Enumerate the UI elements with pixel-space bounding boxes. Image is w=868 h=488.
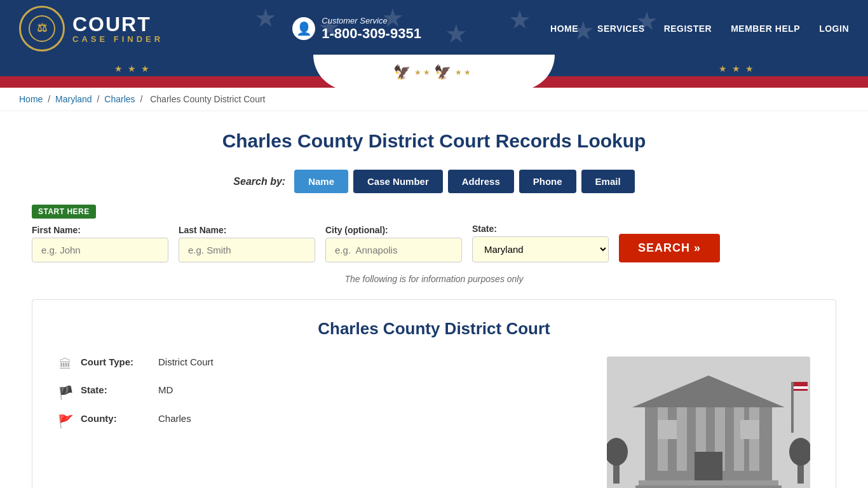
svg-rect-19 — [794, 386, 808, 389]
form-row: First Name: Last Name: City (optional): … — [32, 224, 836, 262]
state-row: 🏴 State: MD — [58, 384, 581, 400]
nav-home[interactable]: HOME — [550, 24, 578, 34]
tab-email[interactable]: Email — [581, 170, 635, 193]
nav-services[interactable]: SERVICES — [597, 24, 645, 34]
search-form-area: START HERE First Name: Last Name: City (… — [32, 205, 836, 262]
court-type-row: 🏛 Court Type: District Court — [58, 356, 581, 372]
eagle-icon-2: 🦅 — [434, 64, 451, 81]
tab-address[interactable]: Address — [448, 170, 514, 193]
svg-rect-15 — [635, 485, 782, 488]
state-select[interactable]: Maryland — [472, 236, 609, 262]
patriotic-banner: 🦅 ★ ★ 🦅 ★ ★ ★ ★ ★ ★ ★ ★ — [0, 57, 868, 88]
phone-icon: 👤 — [292, 17, 315, 40]
city-label: City (optional): — [325, 225, 462, 235]
tab-case-number[interactable]: Case Number — [353, 170, 443, 193]
logo-casefinder-text: CASE FINDER — [72, 34, 163, 44]
breadcrumb-sep-3: / — [140, 94, 145, 104]
page-title: Charles County District Court Records Lo… — [32, 130, 836, 152]
logo-area: ⚖ COURT CASE FINDER — [19, 6, 163, 51]
court-info-card: Charles County District Court 🏛 Court Ty… — [32, 299, 836, 488]
last-name-label: Last Name: — [179, 225, 315, 235]
breadcrumb-maryland[interactable]: Maryland — [55, 94, 92, 104]
info-note: The following is for information purpose… — [32, 274, 836, 284]
banner-stars-left: ★ ★ — [414, 68, 430, 77]
logo-icon: ⚖ — [19, 6, 65, 51]
court-type-value: District Court — [158, 356, 214, 367]
search-by-label: Search by: — [233, 176, 285, 187]
city-group: City (optional): — [325, 225, 462, 262]
search-button[interactable]: SEARCH » — [619, 234, 720, 262]
logo-text: COURT CASE FINDER — [72, 14, 163, 44]
svg-rect-13 — [740, 420, 759, 439]
breadcrumb-current: Charles County District Court — [150, 94, 265, 104]
court-card-title: Charles County District Court — [58, 319, 810, 339]
court-info-list: 🏛 Court Type: District Court 🏴 State: MD… — [58, 356, 581, 488]
nav-login[interactable]: LOGIN — [819, 24, 849, 34]
breadcrumb-sep-1: / — [48, 94, 53, 104]
phone-number: 1-800-309-9351 — [322, 25, 421, 42]
breadcrumb: Home / Maryland / Charles / Charles Coun… — [0, 88, 868, 111]
nav-register[interactable]: REGISTER — [664, 24, 712, 34]
county-label: County: — [81, 413, 151, 424]
first-name-group: First Name: — [32, 225, 168, 262]
tab-name[interactable]: Name — [294, 170, 348, 193]
svg-rect-6 — [677, 407, 687, 471]
phone-area: 👤 Customer Service 1-800-309-9351 — [292, 16, 421, 42]
first-name-label: First Name: — [32, 225, 168, 235]
svg-rect-17 — [791, 382, 794, 433]
court-card-body: 🏛 Court Type: District Court 🏴 State: MD… — [58, 356, 810, 488]
breadcrumb-charles[interactable]: Charles — [104, 94, 135, 104]
state-info-value: MD — [158, 384, 173, 395]
county-row: 🚩 County: Charles — [58, 413, 581, 429]
state-label: State: — [472, 224, 609, 234]
last-name-input[interactable] — [179, 238, 315, 262]
svg-rect-14 — [639, 480, 778, 485]
banner-right-stars: ★ ★ ★ — [719, 64, 754, 74]
court-type-icon: 🏛 — [58, 357, 73, 372]
search-by-row: Search by: Name Case Number Address Phon… — [32, 170, 836, 193]
breadcrumb-sep-2: / — [97, 94, 102, 104]
banner-stars-right: ★ ★ — [455, 68, 471, 77]
phone-info: Customer Service 1-800-309-9351 — [322, 16, 421, 42]
logo-court-text: COURT — [72, 14, 163, 34]
city-input[interactable] — [325, 238, 462, 262]
main-content: Charles County District Court Records Lo… — [0, 111, 868, 488]
banner-arc: 🦅 ★ ★ 🦅 ★ ★ — [313, 55, 555, 90]
court-image — [607, 356, 810, 488]
svg-rect-11 — [695, 452, 722, 484]
county-value: Charles — [158, 413, 191, 424]
svg-text:⚖: ⚖ — [37, 22, 47, 34]
tab-phone[interactable]: Phone — [519, 170, 576, 193]
state-group: State: Maryland — [472, 224, 609, 262]
banner-left-stars: ★ ★ ★ — [114, 64, 149, 74]
state-info-label: State: — [81, 384, 151, 395]
court-type-label: Court Type: — [81, 356, 151, 367]
eagle-icon: 🦅 — [393, 64, 410, 81]
last-name-group: Last Name: — [179, 225, 315, 262]
header: ★ ★ ★ ★ ★ ★ ★ ⚖ COURT CASE FINDER 👤 Cust… — [0, 0, 868, 57]
start-here-badge: START HERE — [32, 205, 96, 219]
svg-rect-12 — [658, 420, 677, 439]
county-icon: 🚩 — [58, 414, 73, 429]
first-name-input[interactable] — [32, 238, 168, 262]
state-icon: 🏴 — [58, 385, 73, 400]
breadcrumb-home[interactable]: Home — [19, 94, 43, 104]
phone-label: Customer Service — [322, 16, 421, 25]
main-nav: HOME SERVICES REGISTER MEMBER HELP LOGIN — [550, 24, 849, 34]
nav-member-help[interactable]: MEMBER HELP — [731, 24, 800, 34]
